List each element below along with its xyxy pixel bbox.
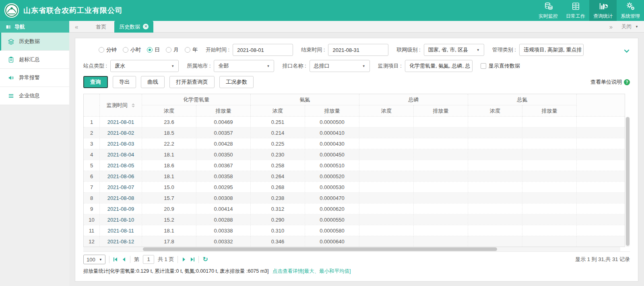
row-value: 0.268 xyxy=(251,182,305,193)
row-date: 2021-08-08 xyxy=(100,193,142,204)
radio-label: 年 xyxy=(192,46,198,53)
table-row[interactable]: 32021-08-0322.20.004280.2250.0000430 xyxy=(84,138,625,149)
row-value: 17.8 xyxy=(142,236,196,247)
topnav-realtime-monitor[interactable]: 实时监控 xyxy=(535,0,562,21)
row-value: 0.00358 xyxy=(196,171,251,182)
tabs-scroll-left-icon[interactable]: « xyxy=(75,21,78,33)
station-type-select[interactable]: 废水 ▼ xyxy=(110,60,179,72)
table-row[interactable]: 112021-08-1118.10.003380.3100.0000580 xyxy=(84,225,625,236)
topnav-query-statistics[interactable]: 查询统计 xyxy=(589,0,617,21)
row-value: 0.00367 xyxy=(196,160,251,171)
row-value xyxy=(414,214,468,225)
outlet-select[interactable]: 总排口 ▼ xyxy=(310,60,370,72)
radio-label: 日 xyxy=(155,46,160,53)
view-detail-link[interactable]: 点击查看详情[最大、最小和平均值] xyxy=(272,268,351,274)
tab-history-data[interactable]: 历史数据 ✕ xyxy=(114,21,153,33)
row-value: 0.0000470 xyxy=(305,193,359,204)
tab-home[interactable]: 首页 xyxy=(88,21,114,33)
radio-year[interactable]: 年 xyxy=(185,46,198,53)
checkbox-icon[interactable] xyxy=(481,63,486,69)
table-row[interactable]: 62021-08-0618.10.003580.2640.0000520 xyxy=(84,171,625,182)
table-row[interactable]: 82021-08-0815.70.003080.2380.0000470 xyxy=(84,193,625,204)
sidebar-item-exceedance-summary[interactable]: 超标汇总 xyxy=(0,51,69,69)
database-icon xyxy=(544,2,553,12)
table-row[interactable]: 42021-08-0418.10.003500.2300.0000450 xyxy=(84,149,625,160)
network-level-select[interactable]: 国家, 省, 市, 区县 ▼ xyxy=(424,44,484,56)
row-value: 0.0000500 xyxy=(305,117,359,128)
monitor-item-select[interactable]: 化学需氧量, 氨氮, 总磷, 总 ▼ xyxy=(405,60,473,72)
close-tabs-menu[interactable]: 关闭 ▼ xyxy=(621,23,638,30)
sidebar: 导航 历史数据 超标汇总 异常报警 xyxy=(0,21,69,286)
condition-params-button[interactable]: 工况参数 xyxy=(219,76,254,88)
row-value: 22.2 xyxy=(142,138,196,149)
radio-icon xyxy=(147,47,153,53)
tabs-scroll-right-icon[interactable]: » xyxy=(609,21,613,33)
start-time-input[interactable]: 2021-08-01 xyxy=(233,44,293,56)
page-suffix-label: 共 1 页 xyxy=(158,256,174,263)
sidebar-title: 导航 xyxy=(14,23,25,31)
tab-close-icon[interactable]: ✕ xyxy=(143,24,149,29)
chevron-down-icon: ▼ xyxy=(362,64,365,68)
table-row[interactable]: 12021-08-0123.60.004690.2510.0000500 xyxy=(84,117,625,128)
table-row[interactable]: 92021-08-0920.90.004140.3120.0000620 xyxy=(84,204,625,214)
row-value: 0.00338 xyxy=(196,225,251,236)
radio-day[interactable]: 日 xyxy=(147,46,160,53)
city-select[interactable]: 全部 ▼ xyxy=(214,60,274,72)
horizontal-scrollbar[interactable] xyxy=(83,247,620,251)
row-value xyxy=(468,193,522,204)
end-time-input[interactable]: 2021-08-31 xyxy=(328,44,388,56)
manage-type-select[interactable]: 违规项目, 高架源, 重点排 ▼ xyxy=(519,44,584,56)
curve-button[interactable]: 曲线 xyxy=(141,76,165,88)
row-value xyxy=(359,182,414,193)
sidebar-item-history-data[interactable]: 历史数据 xyxy=(0,33,69,51)
new-query-page-button[interactable]: 打开新查询页 xyxy=(169,76,215,88)
radio-label: 月 xyxy=(173,46,179,53)
radio-minute[interactable]: 分钟 xyxy=(99,46,117,53)
page-number-input[interactable]: 1 xyxy=(143,255,154,264)
last-page-button[interactable] xyxy=(190,257,195,262)
table-row[interactable]: 22021-08-0218.50.003570.2140.0000410 xyxy=(84,128,625,138)
row-date: 2021-08-04 xyxy=(100,149,142,160)
vertical-scrollbar[interactable] xyxy=(625,117,630,247)
table-row[interactable]: 72021-08-0715.00.002950.2680.0000530 xyxy=(84,182,625,193)
top-header: 山东省联合农药工业有限公司 实时监控 xyxy=(0,0,644,21)
row-date: 2021-08-10 xyxy=(100,214,142,225)
sort-icon[interactable] xyxy=(132,103,135,107)
table-row[interactable]: 102021-08-1015.20.002880.2900.0000550 xyxy=(84,214,625,225)
sidebar-item-label: 历史数据 xyxy=(19,38,40,45)
export-button[interactable]: 导出 xyxy=(113,76,136,88)
row-value: 0.0000530 xyxy=(305,182,359,193)
tab-label: 首页 xyxy=(96,24,106,30)
prev-page-button[interactable] xyxy=(122,257,126,262)
row-value: 0.00295 xyxy=(196,182,251,193)
radio-hour[interactable]: 小时 xyxy=(123,46,141,53)
network-level-label: 联网级别 : xyxy=(396,46,420,53)
table-row[interactable]: 52021-08-0518.60.003670.2580.0000510 xyxy=(84,160,625,171)
group-header-nitrogen: 总氮 xyxy=(468,94,577,105)
sidebar-item-abnormal-alarm[interactable]: 异常报警 xyxy=(0,69,69,87)
group-header-cod: 化学需氧量 xyxy=(142,94,251,105)
help-icon[interactable]: ? xyxy=(624,79,630,85)
query-button[interactable]: 查询 xyxy=(83,76,108,88)
filter-row-1: 分钟 小时 日 月 年 开始时间 : 2021-08-01 结束时间 : 202… xyxy=(83,44,630,56)
first-page-button[interactable] xyxy=(113,257,118,262)
row-value xyxy=(359,117,414,128)
collapse-filters-icon[interactable] xyxy=(623,48,630,56)
topnav-daily-work[interactable]: 日常工作 xyxy=(562,0,589,21)
sidebar-item-enterprise-info[interactable]: 企业信息 xyxy=(0,87,69,105)
row-value xyxy=(414,128,468,138)
sub-header-emis: 排放量 xyxy=(196,105,251,117)
radio-icon xyxy=(123,47,128,53)
row-value: 0.0000510 xyxy=(305,160,359,171)
refresh-icon[interactable]: ↻ xyxy=(202,256,208,263)
time-column-header[interactable]: 监测时间 xyxy=(100,94,142,117)
scrollbar-thumb[interactable] xyxy=(626,117,630,246)
scrollbar-thumb[interactable] xyxy=(143,247,497,251)
unit-help[interactable]: 查看单位说明 ? xyxy=(590,78,630,86)
next-page-button[interactable] xyxy=(182,257,186,262)
radio-month[interactable]: 月 xyxy=(166,46,179,53)
table-row[interactable]: 122021-08-1217.80.003320.3460.0000640 xyxy=(84,236,625,247)
direct-data-checkbox-wrap[interactable]: 显示直传数据 xyxy=(481,62,520,70)
topnav-system-management[interactable]: 系统管理 xyxy=(617,0,644,21)
page-size-select[interactable]: 100 ▼ xyxy=(83,255,105,264)
